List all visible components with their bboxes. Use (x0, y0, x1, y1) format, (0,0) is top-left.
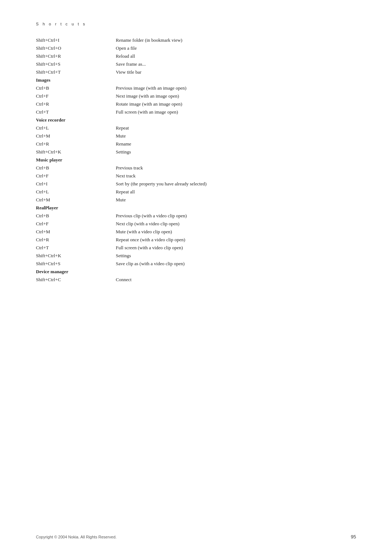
shortcut-row: Ctrl+BPrevious clip (with a video clip o… (36, 212, 356, 220)
shortcut-key: Shift+Ctrl+S (36, 260, 116, 268)
shortcut-key: Shift+Ctrl+C (36, 276, 116, 284)
shortcut-row: Shift+Ctrl+SSave clip as (with a video c… (36, 260, 356, 268)
shortcut-description: Rename (116, 140, 356, 148)
shortcut-row: Ctrl+MMute (36, 132, 356, 140)
shortcut-key: Ctrl+M (36, 196, 116, 204)
shortcut-description: Next image (with an image open) (116, 92, 356, 100)
shortcut-row: Shift+Ctrl+IRename folder (in bookmark v… (36, 36, 356, 44)
shortcut-key: Ctrl+L (36, 188, 116, 196)
shortcut-row: Shift+Ctrl+RReload all (36, 52, 356, 60)
shortcut-key: Shift+Ctrl+R (36, 52, 116, 60)
shortcut-description: Previous track (116, 164, 356, 172)
shortcut-key: Ctrl+M (36, 228, 116, 236)
shortcut-description: View title bar (116, 68, 356, 76)
shortcut-row: Ctrl+BPrevious image (with an image open… (36, 84, 356, 92)
page-title: S h o r t c u t s (36, 22, 356, 26)
shortcut-key: Ctrl+I (36, 180, 116, 188)
shortcut-key: Shift+Ctrl+T (36, 68, 116, 76)
shortcut-description: Open a file (116, 44, 356, 52)
shortcut-description: Mute (with a video clip open) (116, 228, 356, 236)
shortcut-description: Save frame as... (116, 60, 356, 68)
shortcut-key: Shift+Ctrl+S (36, 60, 116, 68)
shortcut-description: Rotate image (with an image open) (116, 100, 356, 108)
shortcut-description: Full screen (with a video clip open) (116, 244, 356, 252)
shortcut-row: Shift+Ctrl+SSave frame as... (36, 60, 356, 68)
shortcut-key: Ctrl+B (36, 164, 116, 172)
shortcut-description: Repeat once (with a video clip open) (116, 236, 356, 244)
shortcut-key: Ctrl+R (36, 236, 116, 244)
shortcut-description: Previous image (with an image open) (116, 84, 356, 92)
section-header-realplayer: RealPlayer (36, 204, 356, 212)
shortcut-description: Next track (116, 172, 356, 180)
section-header-device-manager: Device manager (36, 268, 356, 276)
shortcut-key: Shift+Ctrl+O (36, 44, 116, 52)
shortcut-row: Ctrl+BPrevious track (36, 164, 356, 172)
shortcut-row: Shift+Ctrl+OOpen a file (36, 44, 356, 52)
shortcut-key: Ctrl+L (36, 124, 116, 132)
shortcuts-table: Shift+Ctrl+IRename folder (in bookmark v… (36, 36, 356, 284)
shortcut-row: Ctrl+FNext clip (with a video clip open) (36, 220, 356, 228)
shortcut-description: Previous clip (with a video clip open) (116, 212, 356, 220)
footer: Copyright © 2004 Nokia. All Rights Reser… (0, 534, 392, 539)
shortcut-description: Mute (116, 196, 356, 204)
shortcut-row: Ctrl+RRotate image (with an image open) (36, 100, 356, 108)
shortcut-row: Ctrl+ISort by (the property you have alr… (36, 180, 356, 188)
shortcut-key: Ctrl+B (36, 212, 116, 220)
shortcut-row: Ctrl+LRepeat (36, 124, 356, 132)
shortcut-description: Mute (116, 132, 356, 140)
shortcut-key: Shift+Ctrl+K (36, 148, 116, 156)
shortcut-description: Full screen (with an image open) (116, 108, 356, 116)
shortcut-description: Repeat (116, 124, 356, 132)
shortcut-key: Ctrl+M (36, 132, 116, 140)
shortcut-key: Ctrl+T (36, 108, 116, 116)
shortcut-row: Shift+Ctrl+KSettings (36, 252, 356, 260)
shortcut-key: Ctrl+B (36, 84, 116, 92)
footer-page-number: 95 (351, 534, 356, 539)
shortcut-key: Ctrl+R (36, 100, 116, 108)
shortcut-description: Rename folder (in bookmark view) (116, 36, 356, 44)
shortcut-row: Ctrl+TFull screen (with a video clip ope… (36, 244, 356, 252)
footer-copyright: Copyright © 2004 Nokia. All Rights Reser… (36, 535, 117, 539)
shortcut-description: Save clip as (with a video clip open) (116, 260, 356, 268)
shortcut-description: Settings (116, 252, 356, 260)
shortcut-row: Ctrl+MMute (36, 196, 356, 204)
section-header-voice-recorder: Voice recorder (36, 116, 356, 124)
shortcut-key: Ctrl+F (36, 92, 116, 100)
shortcut-row: Ctrl+TFull screen (with an image open) (36, 108, 356, 116)
shortcut-row: Ctrl+RRename (36, 140, 356, 148)
shortcut-description: Settings (116, 148, 356, 156)
shortcut-key: Ctrl+F (36, 172, 116, 180)
shortcut-key: Shift+Ctrl+I (36, 36, 116, 44)
shortcut-description: Sort by (the property you have already s… (116, 180, 356, 188)
page-container: S h o r t c u t s Shift+Ctrl+IRename fol… (0, 0, 392, 554)
shortcut-key: Shift+Ctrl+K (36, 252, 116, 260)
shortcut-row: Ctrl+RRepeat once (with a video clip ope… (36, 236, 356, 244)
shortcut-row: Shift+Ctrl+KSettings (36, 148, 356, 156)
shortcut-description: Next clip (with a video clip open) (116, 220, 356, 228)
shortcut-row: Shift+Ctrl+CConnect (36, 276, 356, 284)
section-header-images: Images (36, 76, 356, 84)
shortcut-description: Reload all (116, 52, 356, 60)
shortcut-row: Ctrl+FNext track (36, 172, 356, 180)
shortcut-description: Repeat all (116, 188, 356, 196)
shortcut-row: Shift+Ctrl+TView title bar (36, 68, 356, 76)
shortcut-row: Ctrl+MMute (with a video clip open) (36, 228, 356, 236)
shortcut-key: Ctrl+T (36, 244, 116, 252)
shortcut-key: Ctrl+R (36, 140, 116, 148)
section-header-music-player: Music player (36, 156, 356, 164)
shortcut-key: Ctrl+F (36, 220, 116, 228)
shortcut-row: Ctrl+FNext image (with an image open) (36, 92, 356, 100)
shortcut-description: Connect (116, 276, 356, 284)
shortcut-row: Ctrl+LRepeat all (36, 188, 356, 196)
